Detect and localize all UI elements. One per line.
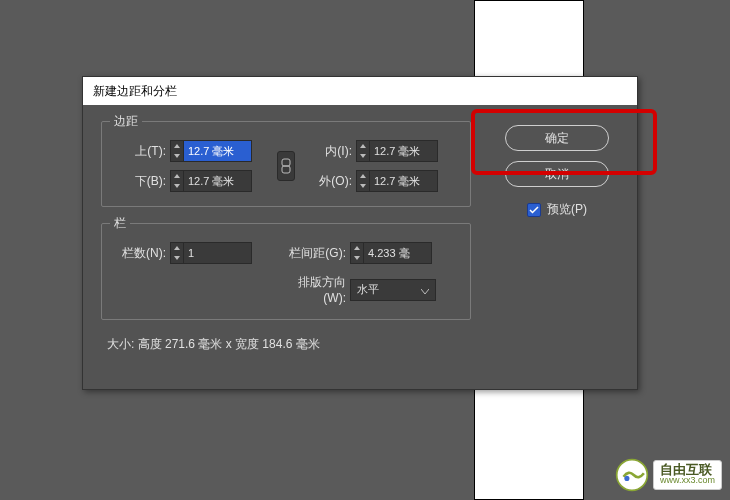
margin-out-down-icon[interactable] <box>357 181 369 191</box>
preview-label: 预览(P) <box>547 201 587 218</box>
margins-fieldset: 边距 上(T): 12.7 毫米 内(I): <box>101 121 471 207</box>
margin-top-value[interactable]: 12.7 毫米 <box>184 140 252 162</box>
preview-row: 预览(P) <box>527 201 587 218</box>
margin-outside-label: 外(O): <box>302 173 352 190</box>
check-icon <box>529 206 539 214</box>
cancel-button[interactable]: 取消 <box>505 161 609 187</box>
margin-inside-label: 内(I): <box>302 143 352 160</box>
svg-point-1 <box>624 476 629 481</box>
new-margins-columns-dialog: 新建边距和分栏 边距 上(T): 12.7 毫米 <box>82 76 638 390</box>
dialog-title: 新建边距和分栏 <box>93 83 177 100</box>
margin-bottom-label: 下(B): <box>116 173 166 190</box>
margin-inside-value[interactable]: 12.7 毫米 <box>370 140 438 162</box>
columns-legend: 栏 <box>110 215 130 232</box>
preview-checkbox[interactable] <box>527 203 541 217</box>
margins-legend: 边距 <box>110 113 142 130</box>
link-margins-toggle[interactable] <box>277 151 295 181</box>
gutter-value[interactable]: 4.233 毫 <box>364 242 432 264</box>
col-count-up-icon[interactable] <box>171 243 183 253</box>
watermark-logo-icon <box>615 458 649 492</box>
column-count-label: 栏数(N): <box>116 245 166 262</box>
chevron-down-icon <box>421 284 429 296</box>
direction-value: 水平 <box>357 282 379 297</box>
column-count-value[interactable]: 1 <box>184 242 252 264</box>
gutter-down-icon[interactable] <box>351 253 363 263</box>
dialog-side-panel: 确定 取消 预览(P) <box>499 125 615 218</box>
margin-bot-down-icon[interactable] <box>171 181 183 191</box>
watermark-line1: 自由互联 <box>660 463 715 476</box>
dialog-body: 边距 上(T): 12.7 毫米 内(I): <box>83 105 637 389</box>
size-info: 大小: 高度 271.6 毫米 x 宽度 184.6 毫米 <box>107 336 619 353</box>
column-count-stepper[interactable]: 1 <box>170 242 272 264</box>
columns-fieldset: 栏 栏数(N): 1 栏间距(G): 4.233 毫 <box>101 223 471 320</box>
margin-in-up-icon[interactable] <box>357 141 369 151</box>
dialog-titlebar[interactable]: 新建边距和分栏 <box>83 77 637 105</box>
watermark-line2: www.xx3.com <box>660 476 715 485</box>
margin-top-down-icon[interactable] <box>171 151 183 161</box>
margin-top-stepper[interactable]: 12.7 毫米 <box>170 140 270 162</box>
ok-button[interactable]: 确定 <box>505 125 609 151</box>
direction-select[interactable]: 水平 <box>350 279 436 301</box>
margin-top-up-icon[interactable] <box>171 141 183 151</box>
gutter-stepper[interactable]: 4.233 毫 <box>350 242 456 264</box>
margin-bottom-stepper[interactable]: 12.7 毫米 <box>170 170 270 192</box>
margin-bot-up-icon[interactable] <box>171 171 183 181</box>
svg-point-0 <box>617 460 648 491</box>
gutter-label: 栏间距(G): <box>276 245 346 262</box>
watermark: 自由互联 www.xx3.com <box>615 458 722 492</box>
margin-in-down-icon[interactable] <box>357 151 369 161</box>
direction-label: 排版方向(W): <box>276 274 346 305</box>
margin-bottom-value[interactable]: 12.7 毫米 <box>184 170 252 192</box>
gutter-up-icon[interactable] <box>351 243 363 253</box>
margin-top-label: 上(T): <box>116 143 166 160</box>
margin-out-up-icon[interactable] <box>357 171 369 181</box>
col-count-down-icon[interactable] <box>171 253 183 263</box>
margin-inside-stepper[interactable]: 12.7 毫米 <box>356 140 456 162</box>
margin-outside-stepper[interactable]: 12.7 毫米 <box>356 170 456 192</box>
margin-outside-value[interactable]: 12.7 毫米 <box>370 170 438 192</box>
